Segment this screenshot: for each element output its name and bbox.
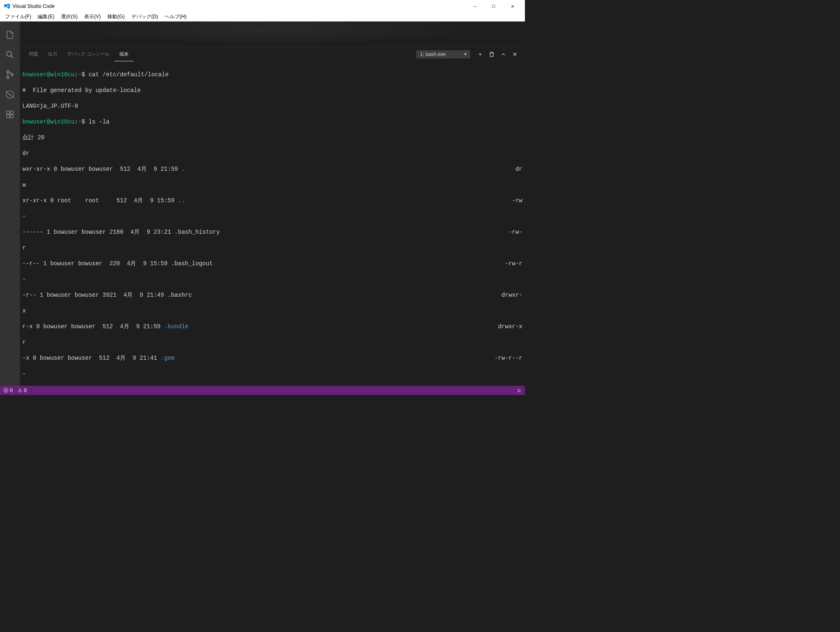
- terminal-output: LANG=ja_JP.UTF-8: [22, 102, 522, 110]
- panel-tab-terminal[interactable]: 端末: [114, 47, 134, 61]
- terminal-selector[interactable]: 1: bash.exe: [416, 50, 470, 58]
- new-terminal-icon[interactable]: ＋: [474, 48, 486, 60]
- svg-rect-11: [10, 115, 13, 118]
- menu-bar: ファイル(F) 編集(E) 選択(S) 表示(V) 移動(G) デバッグ(D) …: [0, 12, 525, 22]
- panel-tabs: 問題 出力 デバッグ コンソール 端末 1: bash.exe ＋ ✕: [20, 47, 525, 61]
- menu-selection[interactable]: 選択(S): [58, 12, 81, 21]
- editor-placeholder: [20, 22, 525, 46]
- svg-rect-9: [10, 111, 13, 114]
- svg-point-4: [11, 74, 13, 76]
- status-errors[interactable]: ⓧ 0: [3, 387, 13, 394]
- vscode-logo-icon: [3, 2, 11, 10]
- activity-debug-icon[interactable]: [0, 85, 20, 104]
- terminal-cmd: cat /etc/default/locale: [85, 71, 169, 78]
- maximize-button[interactable]: ☐: [484, 0, 503, 12]
- title-bar: Visual Studio Code ─ ☐ ✕: [0, 0, 525, 12]
- menu-help[interactable]: ヘルプ(H): [161, 12, 190, 21]
- panel: 問題 出力 デバッグ コンソール 端末 1: bash.exe ＋ ✕ bowu…: [20, 46, 525, 386]
- status-bar: ⓧ 0 ⚠ 0 ☺: [0, 386, 525, 395]
- activity-extensions-icon[interactable]: [0, 104, 20, 124]
- activity-scm-icon[interactable]: [0, 65, 20, 85]
- svg-rect-10: [7, 115, 10, 118]
- activity-explorer-icon[interactable]: [0, 25, 20, 45]
- error-icon: ⓧ: [3, 387, 8, 394]
- terminal-output: # File generated by update-locale: [22, 87, 522, 94]
- close-panel-icon[interactable]: ✕: [509, 48, 521, 60]
- menu-edit[interactable]: 編集(E): [34, 12, 58, 21]
- status-feedback-icon[interactable]: ☺: [517, 387, 522, 393]
- minimize-button[interactable]: ─: [466, 0, 484, 12]
- svg-point-3: [7, 77, 9, 79]
- svg-rect-8: [7, 111, 10, 114]
- menu-file[interactable]: ファイル(F): [2, 12, 34, 21]
- svg-line-1: [11, 56, 14, 58]
- panel-tab-problems[interactable]: 問題: [24, 47, 43, 61]
- terminal-output: dr: [22, 150, 522, 157]
- status-warnings[interactable]: ⚠ 0: [18, 387, 27, 393]
- terminal-cmd: ls -la: [85, 119, 109, 125]
- editor-area: 問題 出力 デバッグ コンソール 端末 1: bash.exe ＋ ✕ bowu…: [20, 22, 525, 386]
- activity-search-icon[interactable]: [0, 45, 20, 65]
- main-area: 問題 出力 デバッグ コンソール 端末 1: bash.exe ＋ ✕ bowu…: [0, 22, 525, 386]
- svg-point-0: [7, 51, 12, 56]
- terminal-output: 合計 20: [22, 134, 522, 142]
- terminal-content[interactable]: bowuser@win10cu:~$ cat /etc/default/loca…: [20, 61, 525, 386]
- panel-tab-output[interactable]: 出力: [43, 47, 62, 61]
- panel-tab-debug-console[interactable]: デバッグ コンソール: [62, 47, 114, 61]
- warning-icon: ⚠: [18, 387, 22, 393]
- maximize-panel-icon[interactable]: [498, 48, 509, 60]
- close-button[interactable]: ✕: [503, 0, 522, 12]
- svg-point-2: [7, 71, 9, 73]
- activity-bar: [0, 22, 20, 386]
- menu-view[interactable]: 表示(V): [81, 12, 104, 21]
- menu-go[interactable]: 移動(G): [104, 12, 128, 21]
- menu-debug[interactable]: デバッグ(D): [128, 12, 162, 21]
- prompt-user: bowuser@win10cu: [22, 71, 75, 78]
- window-title: Visual Studio Code: [12, 3, 466, 9]
- kill-terminal-icon[interactable]: [486, 48, 498, 60]
